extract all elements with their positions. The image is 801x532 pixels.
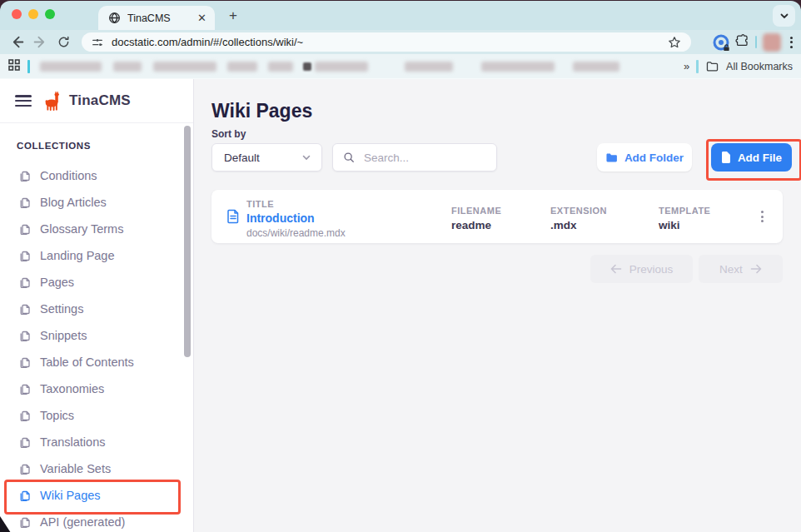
main-panel: Wiki Pages Sort by Default Add Folder Ad… [194, 79, 801, 532]
bookmark-favicon-placeholder [303, 62, 311, 71]
bookmark-star-icon[interactable] [668, 36, 681, 49]
tab-search-button[interactable] [773, 5, 795, 27]
template-cell: TEMPLATE wiki [659, 206, 710, 231]
tinacms-llama-logo-icon [43, 91, 62, 111]
sidebar-item-label: Topics [40, 409, 74, 422]
window-controls [12, 9, 55, 19]
page-title: Wiki Pages [211, 100, 312, 122]
add-folder-label: Add Folder [624, 152, 684, 164]
sort-dropdown[interactable]: Default [211, 143, 322, 172]
hamburger-menu-icon[interactable] [15, 95, 32, 107]
new-tab-button[interactable]: + [225, 7, 241, 24]
browser-tab[interactable]: TinaCMS ✕ [98, 6, 215, 30]
template-value: wiki [659, 219, 710, 231]
sidebar-item-conditions[interactable]: Conditions [0, 162, 193, 189]
sidebar-item-translations[interactable]: Translations [0, 429, 193, 455]
sidebar-item-topics[interactable]: Topics [0, 402, 193, 429]
file-icon [721, 152, 731, 163]
sort-by-label: Sort by [211, 128, 246, 140]
folder-icon [706, 61, 719, 72]
sidebar-item-table-of-contents[interactable]: Table of Contents [0, 349, 193, 375]
sidebar-item-variable-sets[interactable]: Variable Sets [0, 455, 193, 482]
site-settings-icon[interactable] [92, 37, 103, 48]
previous-page-button[interactable]: Previous [590, 255, 693, 283]
chevron-down-icon [779, 11, 789, 21]
document-row-card: TITLE Introduction docs/wiki/readme.mdx … [211, 190, 783, 243]
bookmark-placeholder[interactable] [405, 62, 453, 72]
row-actions-menu-icon[interactable] [754, 208, 769, 225]
sidebar-item-label: Landing Page [40, 249, 115, 262]
document-title-link[interactable]: Introduction [246, 211, 346, 225]
bookmark-placeholder[interactable] [227, 62, 257, 72]
tab-close-icon[interactable]: ✕ [197, 12, 206, 23]
reload-button[interactable] [52, 32, 75, 52]
document-icon [225, 208, 241, 225]
filename-value: readme [451, 219, 501, 231]
apps-grid-icon[interactable] [8, 59, 20, 74]
sidebar-item-label: Table of Contents [40, 355, 134, 369]
collections-list: Conditions Blog Articles Glossary Terms … [0, 162, 193, 532]
sidebar-scrollbar[interactable] [184, 126, 191, 357]
browser-window: TinaCMS ✕ + docstatic.com/admin/#/collec… [0, 1, 801, 532]
bookmark-placeholder[interactable] [573, 62, 619, 72]
column-header-filename: FILENAME [451, 206, 501, 216]
chrome-menu-icon[interactable] [787, 37, 796, 48]
sidebar-item-label: Glossary Terms [40, 222, 123, 236]
close-window-button[interactable] [12, 9, 22, 19]
minimize-window-button[interactable] [28, 9, 38, 19]
url-bar[interactable]: docstatic.com/admin/#/collections/wiki/~ [82, 32, 691, 52]
sidebar-item-label: Pages [40, 276, 74, 289]
title-cell: TITLE Introduction docs/wiki/readme.mdx [246, 199, 346, 239]
profile-avatar[interactable] [763, 33, 781, 52]
column-header-extension: EXTENSION [550, 206, 607, 216]
brand-name: TinaCMS [69, 92, 131, 109]
sidebar-item-label: Conditions [40, 169, 97, 182]
sidebar-item-label: Blog Articles [40, 196, 107, 209]
back-button[interactable] [5, 32, 28, 52]
bookmark-placeholder[interactable] [40, 62, 102, 72]
sidebar-item-label: Translations [40, 435, 105, 449]
next-page-button[interactable]: Next [699, 255, 783, 283]
search-input[interactable] [362, 151, 488, 165]
add-file-label: Add File [738, 152, 782, 164]
bookmark-placeholder[interactable] [315, 62, 368, 72]
bookmark-placeholder[interactable] [113, 62, 142, 72]
sidebar-item-label: Variable Sets [40, 462, 111, 475]
tab-title: TinaCMS [127, 12, 197, 24]
sidebar-item-glossary-terms[interactable]: Glossary Terms [0, 216, 193, 242]
extensions-area [713, 32, 796, 52]
chevron-down-icon [301, 152, 311, 162]
sort-dropdown-value: Default [224, 152, 301, 164]
extension-value: .mdx [550, 219, 607, 231]
url-text[interactable]: docstatic.com/admin/#/collections/wiki/~ [112, 36, 668, 48]
bookmark-placeholder[interactable] [153, 62, 216, 72]
sidebar-item-blog-articles[interactable]: Blog Articles [0, 189, 193, 216]
sidebar-item-settings[interactable]: Settings [0, 296, 193, 322]
sidebar-item-landing-page[interactable]: Landing Page [0, 242, 193, 269]
bookmark-placeholder[interactable] [268, 62, 293, 72]
sidebar-item-snippets[interactable]: Snippets [0, 322, 193, 349]
sidebar-item-api-generated[interactable]: API (generated) [0, 509, 193, 532]
app-content: TinaCMS COLLECTIONS Conditions Blog Arti… [0, 79, 801, 532]
collections-section-title: COLLECTIONS [17, 141, 91, 151]
toolbar-divider [755, 36, 757, 48]
zoom-window-button[interactable] [45, 9, 55, 19]
bookmarks-overflow-chevron[interactable]: » [684, 60, 689, 72]
all-bookmarks-button[interactable]: All Bookmarks [726, 61, 793, 72]
sidebar-item-taxonomies[interactable]: Taxonomies [0, 375, 193, 402]
add-folder-button[interactable]: Add Folder [597, 143, 692, 172]
sidebar-item-label: Snippets [40, 329, 87, 342]
bookmark-placeholder[interactable] [481, 62, 555, 72]
extensions-puzzle-icon[interactable] [735, 33, 749, 51]
previous-label: Previous [629, 263, 674, 276]
password-manager-extension-icon[interactable] [713, 34, 729, 51]
sidebar-item-pages[interactable]: Pages [0, 269, 193, 296]
add-file-button[interactable]: Add File [711, 143, 792, 172]
forward-button[interactable] [28, 32, 52, 52]
globe-favicon-icon [108, 12, 121, 24]
sidebar: TinaCMS COLLECTIONS Conditions Blog Arti… [0, 79, 194, 532]
arrow-left-icon [610, 264, 622, 274]
search-box [332, 143, 497, 172]
extension-cell: EXTENSION .mdx [550, 206, 607, 231]
sidebar-item-wiki-pages[interactable]: Wiki Pages [0, 482, 193, 509]
